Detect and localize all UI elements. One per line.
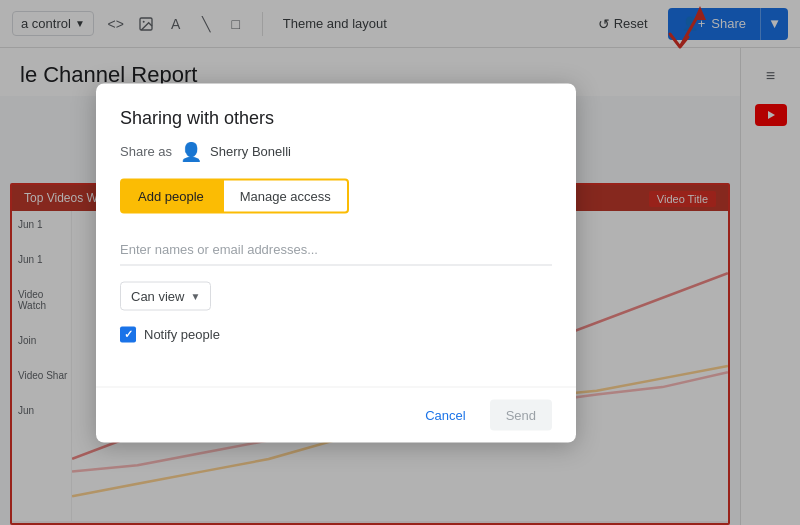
dialog-title: Sharing with others [120,107,552,128]
share-dialog: Sharing with others Share as 👤 Sherry Bo… [96,83,576,442]
share-as-row: Share as 👤 Sherry Bonelli [120,140,552,162]
email-input[interactable] [120,233,552,265]
dialog-tabs: Add people Manage access [120,178,552,213]
send-button[interactable]: Send [490,399,552,430]
share-as-label: Share as [120,144,172,159]
permission-select[interactable]: Can view ▼ [120,281,211,310]
notify-checkbox[interactable]: ✓ [120,326,136,342]
tab-add-people[interactable]: Add people [120,178,222,213]
user-avatar-icon: 👤 [180,140,202,162]
permission-chevron-icon: ▼ [190,290,200,301]
dialog-content: Sharing with others Share as 👤 Sherry Bo… [96,83,576,386]
dialog-footer: Cancel Send [96,386,576,442]
cancel-button[interactable]: Cancel [409,399,481,430]
notify-row: ✓ Notify people [120,326,552,342]
tab-manage-access[interactable]: Manage access [222,178,349,213]
permission-label: Can view [131,288,184,303]
notify-label[interactable]: Notify people [144,327,220,342]
checkmark-icon: ✓ [124,328,133,341]
permission-row: Can view ▼ [120,281,552,310]
user-name: Sherry Bonelli [210,144,291,159]
